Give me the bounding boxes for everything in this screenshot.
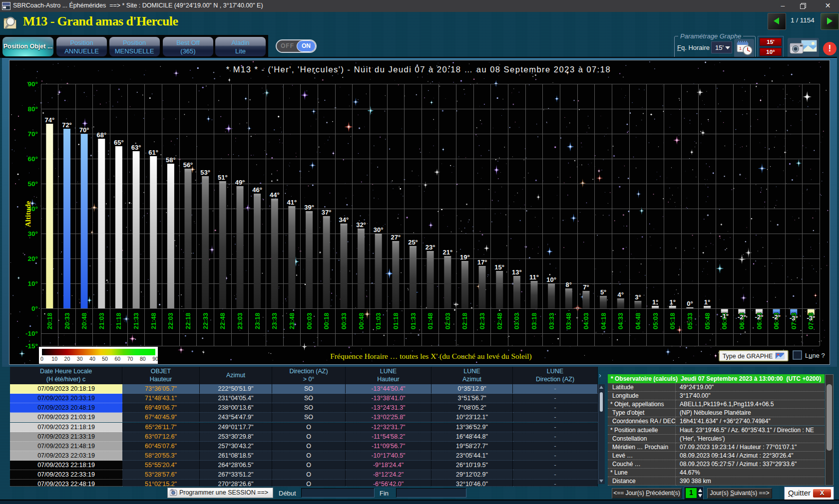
svg-text:4°: 4° — [618, 291, 624, 298]
svg-text:00:48: 00:48 — [358, 313, 365, 329]
svg-text:90°: 90° — [28, 80, 38, 88]
svg-text:21:48: 21:48 — [150, 313, 157, 329]
svg-text:03:03: 03:03 — [513, 313, 520, 329]
svg-text:01:03: 01:03 — [375, 313, 382, 329]
svg-text:20°: 20° — [28, 255, 38, 262]
svg-text:0°: 0° — [31, 305, 38, 312]
svg-text:70°: 70° — [28, 130, 38, 138]
svg-text:58°: 58° — [166, 156, 176, 164]
svg-text:02:18: 02:18 — [461, 313, 468, 329]
svg-text:22:48: 22:48 — [219, 313, 226, 329]
svg-text:10°: 10° — [546, 276, 556, 283]
svg-text:05:03: 05:03 — [652, 313, 659, 329]
svg-text:90: 90 — [152, 356, 158, 362]
svg-text:60°: 60° — [28, 155, 38, 163]
svg-text:20: 20 — [64, 356, 70, 362]
svg-text:20:18: 20:18 — [46, 313, 53, 329]
svg-text:-3°: -3° — [807, 314, 816, 322]
svg-text:0°: 0° — [687, 300, 693, 307]
svg-text:01:33: 01:33 — [410, 313, 417, 329]
svg-text:60: 60 — [114, 356, 120, 362]
svg-text:30°: 30° — [28, 230, 38, 238]
svg-text:80: 80 — [140, 356, 146, 362]
svg-text:22:33: 22:33 — [202, 313, 209, 329]
svg-text:21:03: 21:03 — [98, 313, 105, 329]
svg-text:30: 30 — [77, 356, 83, 362]
svg-text:03:48: 03:48 — [565, 313, 572, 329]
svg-text:3°: 3° — [635, 293, 641, 301]
svg-text:05:18: 05:18 — [669, 313, 676, 329]
svg-text:10: 10 — [51, 356, 57, 362]
svg-text:21°: 21° — [442, 249, 452, 256]
svg-text:49°: 49° — [235, 179, 245, 186]
svg-text:46°: 46° — [252, 186, 262, 194]
svg-text:03:33: 03:33 — [548, 313, 555, 329]
svg-text:04:18: 04:18 — [600, 313, 607, 329]
svg-text:23:03: 23:03 — [236, 313, 244, 329]
svg-text:20:33: 20:33 — [63, 313, 71, 329]
svg-text:41°: 41° — [287, 199, 297, 206]
svg-text:70: 70 — [127, 356, 133, 362]
svg-text:1°: 1° — [669, 298, 675, 306]
svg-text:10°: 10° — [28, 280, 38, 287]
svg-text:13°: 13° — [512, 268, 522, 276]
svg-text:03:18: 03:18 — [530, 313, 538, 329]
svg-text:Altitude: Altitude — [24, 201, 32, 227]
svg-text:61°: 61° — [148, 149, 158, 156]
svg-text:00:18: 00:18 — [323, 313, 330, 329]
svg-text:65°: 65° — [114, 139, 124, 146]
svg-text:40: 40 — [89, 356, 95, 362]
svg-text:1: 1 — [739, 46, 742, 51]
svg-text:1°: 1° — [652, 298, 658, 306]
svg-text:27°: 27° — [391, 234, 401, 241]
svg-text:63°: 63° — [131, 144, 141, 151]
svg-text:23:33: 23:33 — [271, 313, 278, 329]
svg-text:02:33: 02:33 — [478, 313, 486, 329]
svg-text:00:33: 00:33 — [340, 313, 348, 329]
svg-text:32°: 32° — [356, 221, 366, 229]
svg-text:22:03: 22:03 — [167, 313, 174, 329]
svg-text:44°: 44° — [270, 191, 280, 199]
svg-text:37°: 37° — [322, 209, 332, 216]
svg-text:25°: 25° — [408, 239, 418, 246]
svg-text:23:48: 23:48 — [288, 313, 296, 329]
svg-text:50: 50 — [102, 356, 108, 362]
svg-text:53°: 53° — [200, 169, 210, 176]
svg-text:02:48: 02:48 — [496, 313, 503, 329]
svg-text:19°: 19° — [460, 253, 470, 261]
svg-text:72°: 72° — [62, 121, 72, 129]
svg-text:23:18: 23:18 — [254, 313, 261, 329]
svg-text:Fréquence Horaire … toutes les: Fréquence Horaire … toutes les X' (du Co… — [330, 352, 532, 361]
svg-text:70°: 70° — [79, 126, 89, 134]
svg-text:68°: 68° — [96, 131, 106, 139]
svg-text:Type de GRAPHE: Type de GRAPHE — [723, 353, 773, 360]
svg-text:74°: 74° — [44, 116, 54, 124]
svg-text:50°: 50° — [28, 180, 38, 188]
svg-text:21:33: 21:33 — [132, 313, 140, 329]
svg-text:30°: 30° — [374, 226, 384, 234]
svg-text:39°: 39° — [304, 204, 314, 211]
svg-text:20:48: 20:48 — [80, 313, 88, 329]
svg-text:-1°: -1° — [720, 312, 729, 320]
svg-text:5°: 5° — [600, 288, 606, 296]
svg-text:17°: 17° — [477, 258, 487, 266]
svg-text:-2°: -2° — [738, 313, 746, 321]
svg-text:80°: 80° — [28, 105, 38, 113]
svg-text:-3°: -3° — [790, 314, 798, 322]
svg-text:01:48: 01:48 — [426, 313, 434, 329]
svg-text:0: 0 — [40, 356, 43, 362]
svg-text:04:48: 04:48 — [634, 313, 642, 329]
svg-text:-15°: -15° — [25, 342, 38, 350]
svg-text:51°: 51° — [218, 174, 228, 181]
svg-text:-2°: -2° — [755, 313, 764, 321]
svg-text:-2°: -2° — [772, 313, 781, 321]
svg-text:00:03: 00:03 — [306, 313, 313, 329]
svg-text:05:48: 05:48 — [704, 313, 711, 329]
svg-text:23°: 23° — [425, 244, 435, 251]
svg-text:21:18: 21:18 — [115, 313, 122, 329]
svg-text:22:18: 22:18 — [184, 313, 192, 329]
svg-text:-10°: -10° — [25, 330, 38, 337]
svg-text:* M13 * - ('Her', 'Hercules'): * M13 * - ('Her', 'Hercules') - Nuit du … — [226, 65, 611, 74]
svg-text:04:33: 04:33 — [617, 313, 624, 329]
svg-text:34°: 34° — [339, 216, 349, 224]
